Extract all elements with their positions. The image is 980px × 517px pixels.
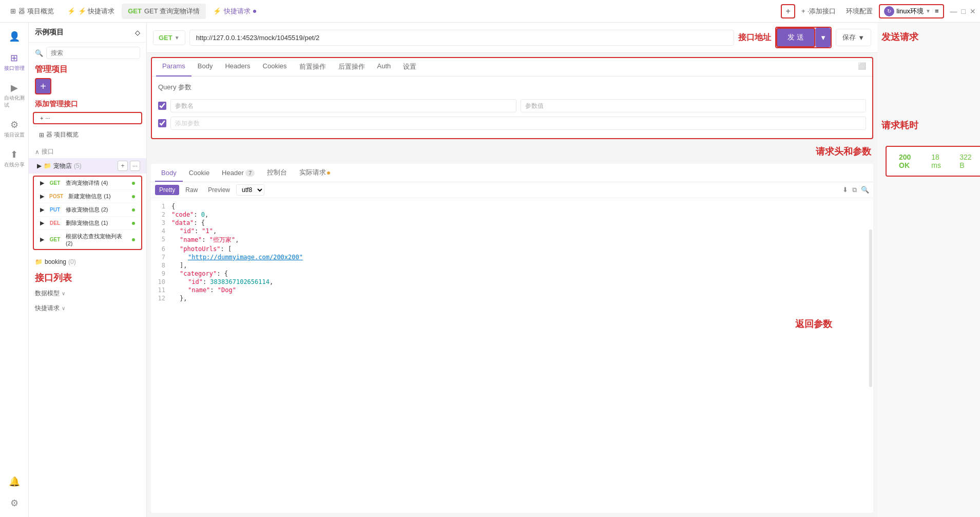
tab-cookies[interactable]: Cookies — [257, 58, 293, 76]
code-line: 6 "photoUrls": [ — [151, 245, 873, 253]
save-button[interactable]: 保存 ▼ — [836, 29, 871, 46]
response-tab-header[interactable]: Header 7 — [216, 165, 261, 182]
param-checkbox-1[interactable] — [158, 102, 166, 110]
expand-icon[interactable]: ⬜ — [856, 58, 868, 76]
tab-quick-request-1[interactable]: ⚡ ⚡ 快捷请求 — [61, 4, 121, 19]
request-time-annotation: 请求耗时 — [881, 120, 918, 130]
api-item-get-pet-detail[interactable]: ▶ GET 查询宠物详情 (4) — [38, 177, 137, 190]
project-overview-icon: ⊞ — [10, 7, 16, 15]
api-item-del-pet[interactable]: ▶ DEL 删除宠物信息 (1) — [38, 217, 137, 230]
data-models-item[interactable]: 数据模型 ∨ — [29, 286, 146, 301]
send-dropdown-button[interactable]: ▼ — [815, 28, 831, 47]
code-line: 1 { — [151, 202, 873, 210]
copy-icon[interactable]: ⧉ — [852, 186, 857, 194]
nav-project-overview[interactable]: ⊞ 器 项目概览 — [35, 128, 83, 141]
sidebar-item-automation[interactable]: ▶ 自动化测试 — [2, 78, 27, 113]
add-to-group-button[interactable]: + — [118, 161, 128, 171]
method-select[interactable]: GET ▼ — [153, 30, 185, 45]
search-icon: 🔍 — [35, 49, 43, 57]
status-panel: 200 OK 18 ms 322 B — [886, 146, 980, 177]
panel-nav: ⊞ 器 项目概览 — [29, 126, 146, 143]
param-value-input[interactable] — [521, 99, 867, 112]
response-tab-actual-request[interactable]: 实际请求 — [293, 164, 336, 182]
vertical-scrollbar[interactable] — [869, 229, 872, 387]
add-tab-button[interactable]: + — [781, 4, 795, 18]
tab-auth[interactable]: Auth — [371, 58, 397, 76]
minimize-icon[interactable]: — — [950, 7, 957, 15]
add-interface-annotation: 添加管理接口 — [35, 100, 78, 108]
more-group-options-button[interactable]: ··· — [130, 161, 140, 171]
response-tab-body[interactable]: Body — [155, 165, 183, 182]
sidebar-item-settings[interactable]: ⚙ — [2, 493, 27, 513]
sidebar-item-interface-management[interactable]: ⊞ 接口管理 — [2, 48, 27, 76]
maximize-icon[interactable]: □ — [962, 7, 966, 15]
response-section: Body Cookie Header 7 控制台 实际请求 Pretty Raw… — [151, 164, 873, 513]
add-icon: + — [801, 7, 805, 15]
right-panel: 发送请求 请求耗时 200 OK 18 ms 322 B — [877, 23, 980, 517]
tab-project-overview[interactable]: ⊞ 器 项目概览 — [4, 4, 60, 19]
code-line: 10 "id": 3838367102656114, — [151, 278, 873, 286]
search-icon[interactable]: 🔍 — [861, 186, 869, 194]
response-actions: ⬇ ⧉ 🔍 — [842, 186, 869, 194]
top-bar: ⊞ 器 项目概览 ⚡ ⚡ 快捷请求 GET GET 查询宠物详情 ⚡ 快捷请求 … — [0, 0, 980, 23]
tab-body[interactable]: Body — [191, 58, 219, 76]
quick-requests-item[interactable]: 快捷请求 ∨ — [29, 301, 146, 316]
format-raw-button[interactable]: Raw — [181, 185, 202, 195]
url-input[interactable] — [189, 30, 734, 46]
api-item-post-pet[interactable]: ▶ POST 新建宠物信息 (1) — [38, 190, 137, 203]
sidebar-item-online-share[interactable]: ⬆ 在线分享 — [2, 145, 27, 173]
interface-section: ∧ 接口 ▶ 📁 宠物店 (5) + ··· ▶ GET 查询宠物详情 (4 — [29, 143, 146, 254]
url-bar: GET ▼ 接口地址 发 送 ▼ 保存 ▼ — [147, 23, 877, 53]
gear-icon: ⚙ — [10, 497, 18, 509]
tab-post-operation[interactable]: 后置操作 — [332, 58, 371, 76]
interface-section-title[interactable]: ∧ 接口 — [29, 145, 146, 158]
automation-icon: ▶ — [11, 82, 18, 93]
add-interface-button[interactable]: + ·添加接口 — [797, 5, 840, 18]
folder-icon: 📁 — [35, 258, 43, 265]
api-item-put-pet[interactable]: ▶ PUT 修改宠物信息 (2) — [38, 203, 137, 217]
format-pretty-button[interactable]: Pretty — [155, 185, 179, 195]
api-list: ▶ GET 查询宠物详情 (4) ▶ POST 新建宠物信息 (1) ▶ PUT… — [33, 176, 142, 250]
add-param-input[interactable] — [170, 117, 866, 130]
method-post-badge: POST — [47, 193, 65, 200]
send-button[interactable]: 发 送 — [776, 28, 815, 47]
group-action-bar: + ··· — [33, 112, 142, 124]
add-group-button[interactable]: + — [35, 78, 51, 94]
tab-settings[interactable]: 设置 — [397, 58, 422, 76]
code-line: 9 "category": { — [151, 270, 873, 278]
code-line: 8 ], — [151, 261, 873, 270]
api-status-dot — [132, 182, 135, 185]
settings-icon: ⚙ — [10, 119, 18, 130]
tab-pre-operation[interactable]: 前置操作 — [293, 58, 332, 76]
download-icon[interactable]: ⬇ — [842, 186, 848, 194]
section-expand-icon: ∧ — [35, 148, 40, 156]
response-tab-cookie[interactable]: Cookie — [183, 165, 216, 182]
sidebar-item-notification[interactable]: 🔔 — [2, 472, 27, 491]
booking-group-item[interactable]: 📁 booking (0) — [35, 256, 140, 267]
tab-get-pet[interactable]: GET GET 查询宠物详情 — [122, 4, 206, 19]
api-item-get-pet-list[interactable]: ▶ GET 根据状态查找宠物列表 (2) — [38, 230, 137, 249]
param-checkbox-2[interactable] — [158, 119, 166, 127]
header-count-badge: 7 — [245, 169, 255, 177]
param-name-input[interactable] — [170, 99, 516, 112]
sidebar-item-account[interactable]: 👤 — [2, 27, 27, 46]
code-line: 2 "code": 0, — [151, 210, 873, 219]
sidebar-item-project-settings[interactable]: ⚙ 项目设置 — [2, 115, 27, 143]
encoding-select[interactable]: utf8 — [236, 184, 264, 196]
project-search-bar: 🔍 — [29, 43, 146, 63]
tab-headers[interactable]: Headers — [219, 58, 256, 76]
format-preview-button[interactable]: Preview — [204, 185, 234, 195]
env-selector[interactable]: ↻ linux环境 ▼ ≡ — [879, 4, 944, 18]
main-layout: 👤 ⊞ 接口管理 ▶ 自动化测试 ⚙ 项目设置 ⬆ 在线分享 🔔 ⚙ 示例项目 … — [0, 23, 980, 517]
env-config-button[interactable]: 环境配置 — [842, 5, 877, 18]
group-pet-store[interactable]: ▶ 📁 宠物店 (5) + ··· — [29, 158, 146, 174]
lightning-icon: ⚡ — [67, 7, 75, 15]
response-tab-console[interactable]: 控制台 — [261, 164, 293, 182]
close-icon[interactable]: ✕ — [970, 7, 976, 15]
response-format-bar: Pretty Raw Preview utf8 ⬇ ⧉ 🔍 — [151, 182, 873, 198]
project-panel: 示例项目 ◇ 🔍 管理项目 + 添加管理接口 + ··· ⊞ 器 项目概览 — [29, 23, 147, 517]
tab-params[interactable]: Params — [156, 58, 191, 76]
search-input[interactable] — [46, 47, 140, 59]
api-status-dot — [132, 238, 135, 241]
tab-quick-request-2[interactable]: ⚡ 快捷请求 — [207, 4, 262, 19]
